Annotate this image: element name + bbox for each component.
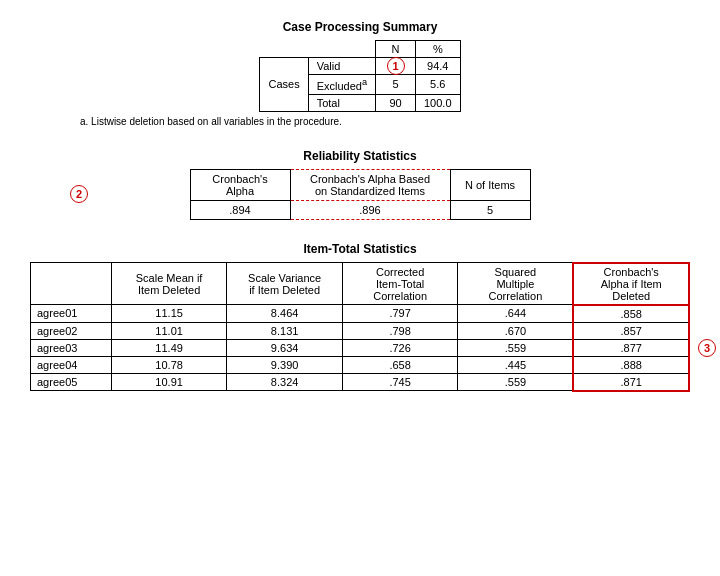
excluded-n: 5 bbox=[376, 75, 416, 95]
valid-n: 1 85 bbox=[376, 58, 416, 75]
valid-pct: 94.4 bbox=[416, 58, 461, 75]
scale-mean-value: 11.15 bbox=[111, 305, 227, 323]
cronbach-alpha-value: .894 bbox=[190, 200, 290, 219]
n-items-header: N of Items bbox=[450, 169, 530, 200]
cases-group-label: Cases bbox=[260, 58, 308, 112]
case-processing-title: Case Processing Summary bbox=[20, 20, 700, 34]
total-pct: 100.0 bbox=[416, 94, 461, 111]
annotation-1: 1 bbox=[387, 57, 405, 75]
item-name: agree03 bbox=[31, 339, 112, 356]
corrected-value: .726 bbox=[342, 339, 458, 356]
table-row: agree04 10.78 9.390 .658 .445 .888 bbox=[31, 356, 690, 373]
alpha-item-value: .877 3 bbox=[573, 339, 689, 356]
squared-multiple-header: SquaredMultipleCorrelation bbox=[458, 263, 574, 305]
scale-variance-value: 8.464 bbox=[227, 305, 343, 323]
squared-value: .559 bbox=[458, 373, 574, 391]
reliability-table: Cronbach'sAlpha Cronbach's Alpha Basedon… bbox=[190, 169, 531, 220]
scale-variance-value: 8.324 bbox=[227, 373, 343, 391]
corrected-value: .745 bbox=[342, 373, 458, 391]
total-label: Total bbox=[308, 94, 375, 111]
n-items-value: 5 bbox=[450, 200, 530, 219]
squared-value: .670 bbox=[458, 322, 574, 339]
squared-value: .445 bbox=[458, 356, 574, 373]
item-name: agree04 bbox=[31, 356, 112, 373]
alpha-item-value: .857 bbox=[573, 322, 689, 339]
col-header-pct: % bbox=[416, 41, 461, 58]
table-row: agree03 11.49 9.634 .726 .559 .877 3 bbox=[31, 339, 690, 356]
alpha-item-value: .888 bbox=[573, 356, 689, 373]
scale-variance-header: Scale Varianceif Item Deleted bbox=[227, 263, 343, 305]
scale-mean-header: Scale Mean ifItem Deleted bbox=[111, 263, 227, 305]
corrected-value: .797 bbox=[342, 305, 458, 323]
cronbach-alpha-header: Cronbach'sAlpha bbox=[190, 169, 290, 200]
squared-value: .644 bbox=[458, 305, 574, 323]
table-row: agree01 11.15 8.464 .797 .644 .858 bbox=[31, 305, 690, 323]
reliability-title: Reliability Statistics bbox=[20, 149, 700, 163]
table-row: agree05 10.91 8.324 .745 .559 .871 bbox=[31, 373, 690, 391]
total-n: 90 bbox=[376, 94, 416, 111]
case-processing-footnote: a. Listwise deletion based on all variab… bbox=[80, 116, 700, 127]
col-header-n: N bbox=[376, 41, 416, 58]
alpha-item-value: .858 bbox=[573, 305, 689, 323]
scale-mean-value: 10.91 bbox=[111, 373, 227, 391]
item-name: agree01 bbox=[31, 305, 112, 323]
scale-variance-value: 9.390 bbox=[227, 356, 343, 373]
corrected-value: .798 bbox=[342, 322, 458, 339]
scale-mean-value: 11.01 bbox=[111, 322, 227, 339]
item-total-table: Scale Mean ifItem Deleted Scale Variance… bbox=[30, 262, 690, 392]
item-name: agree02 bbox=[31, 322, 112, 339]
annotation-3: 3 bbox=[698, 339, 716, 357]
item-col-header bbox=[31, 263, 112, 305]
cronbach-alpha-standardized-header: Cronbach's Alpha Basedon Standardized It… bbox=[290, 169, 450, 200]
cronbach-alpha-item-header: Cronbach'sAlpha if ItemDeleted bbox=[573, 263, 689, 305]
scale-variance-value: 9.634 bbox=[227, 339, 343, 356]
scale-variance-value: 8.131 bbox=[227, 322, 343, 339]
corrected-correlation-header: CorrectedItem-TotalCorrelation bbox=[342, 263, 458, 305]
alpha-item-value: .871 bbox=[573, 373, 689, 391]
squared-value: .559 bbox=[458, 339, 574, 356]
item-total-title: Item-Total Statistics bbox=[20, 242, 700, 256]
cronbach-alpha-standardized-value: .896 bbox=[290, 200, 450, 219]
excluded-pct: 5.6 bbox=[416, 75, 461, 95]
annotation-2: 2 bbox=[70, 185, 88, 203]
item-name: agree05 bbox=[31, 373, 112, 391]
excluded-label: Excludeda bbox=[308, 75, 375, 95]
valid-label: Valid bbox=[308, 58, 375, 75]
table-row: agree02 11.01 8.131 .798 .670 .857 bbox=[31, 322, 690, 339]
case-processing-table: N % Cases Valid 1 85 94.4 Excludeda 5 bbox=[259, 40, 460, 112]
scale-mean-value: 11.49 bbox=[111, 339, 227, 356]
scale-mean-value: 10.78 bbox=[111, 356, 227, 373]
corrected-value: .658 bbox=[342, 356, 458, 373]
